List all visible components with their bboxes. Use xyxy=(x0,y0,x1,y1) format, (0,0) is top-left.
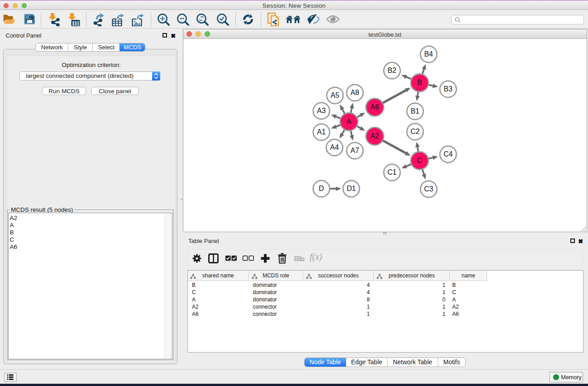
svg-text:A4: A4 xyxy=(330,143,339,151)
svg-text:C3: C3 xyxy=(424,185,433,193)
svg-text:A2: A2 xyxy=(370,132,379,140)
svg-text:A3: A3 xyxy=(317,107,326,114)
svg-text:C1: C1 xyxy=(387,168,397,176)
svg-text:A6: A6 xyxy=(370,103,379,111)
svg-text:D1: D1 xyxy=(347,185,356,192)
svg-text:A1: A1 xyxy=(317,128,326,136)
svg-text:B4: B4 xyxy=(424,50,433,58)
svg-text:B: B xyxy=(417,79,422,86)
svg-text:B2: B2 xyxy=(387,67,396,74)
svg-text:A8: A8 xyxy=(350,89,359,96)
svg-text:B3: B3 xyxy=(444,85,453,93)
svg-text:B1: B1 xyxy=(411,107,420,115)
svg-text:C4: C4 xyxy=(444,150,453,158)
svg-text:C: C xyxy=(417,157,422,164)
svg-text:C2: C2 xyxy=(411,128,420,135)
svg-text:A: A xyxy=(347,118,352,125)
svg-text:D: D xyxy=(319,185,324,192)
svg-text:A5: A5 xyxy=(330,91,339,99)
svg-text:A7: A7 xyxy=(350,147,359,154)
